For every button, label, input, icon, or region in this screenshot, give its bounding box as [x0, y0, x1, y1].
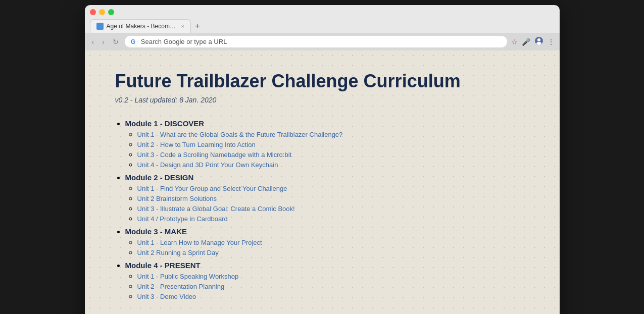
list-item: Unit 2 - How to Turn Learning Into Actio… — [137, 140, 529, 149]
page-subtitle: v0.2 - Last updated: 8 Jan. 2020 — [115, 96, 529, 104]
tab-close-button[interactable]: × — [181, 24, 184, 29]
module-1-item: Module 1 - DISCOVER Unit 1 - What are th… — [125, 119, 529, 169]
menu-icon[interactable]: ⋮ — [548, 38, 555, 46]
svg-point-1 — [537, 38, 540, 41]
list-item: Unit 1 - Learn How to Manage Your Projec… — [137, 238, 529, 247]
module-1-units: Unit 1 - What are the Global Goals & the… — [125, 130, 529, 169]
list-item: Unit 4 / Prototype in Cardboard — [137, 214, 529, 223]
unit-4-3-link[interactable]: Unit 3 - Demo Video — [137, 293, 196, 300]
unit-2-2-link[interactable]: Unit 2 Brainstorm Solutions — [137, 195, 217, 202]
list-item: Unit 1 - What are the Global Goals & the… — [137, 130, 529, 139]
browser-chrome: Age of Makers - Become an indep… × + — [85, 5, 560, 33]
profile-icon[interactable] — [534, 36, 543, 47]
list-item: Unit 2 Running a Sprint Day — [137, 248, 529, 257]
microphone-icon[interactable]: 🎤 — [522, 38, 530, 46]
module-3-title: Module 3 - MAKE — [125, 227, 529, 236]
unit-2-3-link[interactable]: Unit 3 - Illustrate a Global Goal: Creat… — [137, 205, 295, 213]
unit-1-4-link[interactable]: Unit 4 - Design and 3D Print Your Own Ke… — [137, 161, 278, 169]
unit-1-3-link[interactable]: Unit 3 - Code a Scrolling Namebadge with… — [137, 151, 292, 159]
module-2-title: Module 2 - DESIGN — [125, 173, 529, 182]
maximize-button[interactable] — [108, 9, 114, 15]
tab-title: Age of Makers - Become an indep… — [107, 23, 178, 30]
tab-favicon — [96, 23, 104, 30]
browser-window: Age of Makers - Become an indep… × + ‹ ›… — [85, 5, 560, 314]
module-4-units: Unit 1 - Public Speaking Workshop Unit 2… — [125, 272, 529, 301]
list-item: Unit 1 - Find Your Group and Select Your… — [137, 184, 529, 193]
close-button[interactable] — [90, 9, 96, 15]
module-3-item: Module 3 - MAKE Unit 1 - Learn How to Ma… — [125, 227, 529, 257]
unit-4-1-link[interactable]: Unit 1 - Public Speaking Workshop — [137, 273, 239, 280]
back-button[interactable]: ‹ — [90, 37, 96, 47]
unit-3-2-link[interactable]: Unit 2 Running a Sprint Day — [137, 249, 219, 256]
new-tab-button[interactable]: + — [191, 22, 205, 31]
module-2-item: Module 2 - DESIGN Unit 1 - Find Your Gro… — [125, 173, 529, 223]
toolbar-icons: ☆ 🎤 ⋮ — [511, 36, 555, 47]
list-item: Unit 3 - Code a Scrolling Namebadge with… — [137, 150, 529, 159]
google-logo: G — [131, 38, 138, 45]
svg-point-2 — [536, 42, 541, 45]
curriculum-list: Module 1 - DISCOVER Unit 1 - What are th… — [115, 119, 529, 301]
unit-1-1-link[interactable]: Unit 1 - What are the Global Goals & the… — [137, 131, 343, 138]
unit-3-1-link[interactable]: Unit 1 - Learn How to Manage Your Projec… — [137, 239, 262, 246]
list-item: Unit 3 - Illustrate a Global Goal: Creat… — [137, 204, 529, 213]
unit-4-2-link[interactable]: Unit 2 - Presentation Planning — [137, 283, 225, 290]
address-text: Search Google or type a URL — [141, 38, 227, 45]
list-item: Unit 3 - Demo Video — [137, 292, 529, 301]
minimize-button[interactable] — [99, 9, 105, 15]
address-bar-row: ‹ › ↻ G Search Google or type a URL ☆ 🎤 … — [85, 33, 560, 50]
refresh-button[interactable]: ↻ — [111, 37, 121, 47]
unit-2-4-link[interactable]: Unit 4 / Prototype in Cardboard — [137, 215, 228, 223]
list-item: Unit 2 Brainstorm Solutions — [137, 194, 529, 203]
bookmark-icon[interactable]: ☆ — [511, 38, 518, 46]
page-content: Future Trailblazer Challenge Curriculum … — [85, 50, 560, 314]
unit-2-1-link[interactable]: Unit 1 - Find Your Group and Select Your… — [137, 185, 287, 192]
module-1-title: Module 1 - DISCOVER — [125, 119, 529, 128]
module-4-item: Module 4 - PRESENT Unit 1 - Public Speak… — [125, 261, 529, 301]
module-4-title: Module 4 - PRESENT — [125, 261, 529, 270]
unit-1-2-link[interactable]: Unit 2 - How to Turn Learning Into Actio… — [137, 141, 256, 148]
list-item: Unit 4 - Design and 3D Print Your Own Ke… — [137, 160, 529, 169]
forward-button[interactable]: › — [100, 37, 107, 47]
address-bar[interactable]: G Search Google or type a URL — [125, 36, 507, 47]
tab-bar: Age of Makers - Become an indep… × + — [90, 19, 555, 33]
browser-tab[interactable]: Age of Makers - Become an indep… × — [90, 19, 191, 33]
list-item: Unit 1 - Public Speaking Workshop — [137, 272, 529, 281]
list-item: Unit 2 - Presentation Planning — [137, 282, 529, 291]
page-title: Future Trailblazer Challenge Curriculum — [115, 71, 529, 92]
module-3-units: Unit 1 - Learn How to Manage Your Projec… — [125, 238, 529, 257]
module-2-units: Unit 1 - Find Your Group and Select Your… — [125, 184, 529, 223]
traffic-lights — [90, 9, 555, 15]
